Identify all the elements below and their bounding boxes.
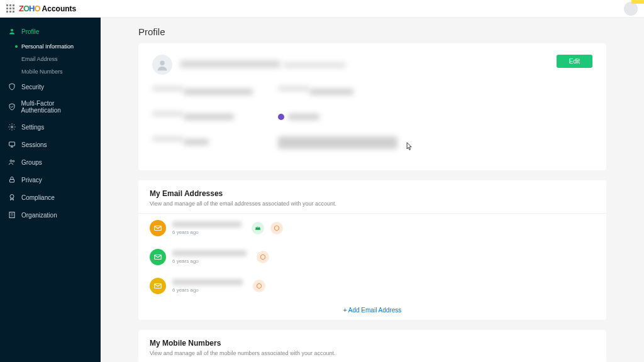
svg-point-1: [11, 126, 13, 128]
section-desc: View and manage all of the mobile number…: [150, 350, 595, 356]
main-content: Profile Edit: [101, 18, 644, 362]
sidebar-item-organization[interactable]: Organization: [0, 206, 101, 224]
svg-rect-5: [10, 180, 14, 183]
redacted-label: [152, 136, 184, 141]
hexagon-icon: [253, 280, 265, 292]
page-title: Profile: [138, 26, 606, 37]
redacted-email: [172, 221, 242, 228]
redacted-email: [172, 250, 247, 256]
redacted-name: [180, 60, 280, 68]
svg-point-4: [13, 160, 14, 162]
sidebar: Profile Personal Information Email Addre…: [0, 18, 101, 362]
redacted-value: [288, 114, 319, 120]
users-icon: [8, 158, 16, 167]
mail-icon: [150, 220, 166, 236]
sidebar-item-profile[interactable]: Profile: [0, 23, 101, 40]
svg-point-8: [160, 61, 164, 65]
sidebar-item-sessions[interactable]: Sessions: [0, 136, 101, 153]
profile-card: Edit: [138, 43, 606, 170]
email-row[interactable]: 6 years ago: [138, 214, 606, 243]
svg-rect-2: [9, 142, 15, 146]
redacted-subtitle: [283, 62, 346, 68]
sidebar-item-groups[interactable]: Groups: [0, 153, 101, 171]
hexagon-icon: [270, 222, 283, 234]
mail-icon: [150, 249, 166, 265]
sidebar-sub-personal-info[interactable]: Personal Information: [0, 40, 101, 53]
sidebar-sub-email-address[interactable]: Email Address: [0, 53, 101, 65]
highlight-strip: [631, 0, 644, 4]
svg-rect-7: [9, 212, 14, 218]
svg-point-6: [10, 195, 14, 199]
redacted-value: [184, 139, 209, 145]
sidebar-item-compliance[interactable]: Compliance: [0, 189, 101, 206]
add-email-button[interactable]: Add Email Address: [138, 300, 606, 320]
app-name: Accounts: [42, 4, 77, 13]
sidebar-item-label: Profile: [21, 28, 39, 35]
svg-point-0: [11, 29, 13, 31]
svg-point-3: [10, 160, 12, 162]
email-row[interactable]: 6 years ago: [138, 272, 606, 300]
topbar: ZOHO Accounts: [0, 0, 644, 18]
sidebar-item-security[interactable]: Security: [0, 78, 101, 96]
user-icon: [8, 27, 16, 36]
crown-icon: [252, 222, 264, 234]
mobile-numbers-card: My Mobile Numbers View and manage all of…: [138, 330, 606, 362]
shield-check-icon: [8, 102, 16, 111]
redacted-value: [309, 89, 353, 95]
gear-icon: [8, 123, 16, 131]
mail-icon: [150, 278, 166, 294]
section-title: My Email Addresses: [150, 189, 595, 198]
edit-button[interactable]: Edit: [557, 55, 592, 68]
email-row[interactable]: 6 years ago: [138, 243, 606, 272]
lock-icon: [8, 175, 16, 184]
apps-launcher-icon[interactable]: [6, 4, 15, 13]
sidebar-sub-mobile-numbers[interactable]: Mobile Numbers: [0, 65, 101, 78]
section-title: My Mobile Numbers: [150, 339, 595, 348]
redacted-value: [278, 136, 397, 149]
sidebar-item-settings[interactable]: Settings: [0, 118, 101, 136]
sidebar-item-privacy[interactable]: Privacy: [0, 171, 101, 189]
badge-icon: [8, 193, 16, 202]
email-time: 6 years ago: [172, 287, 243, 293]
redacted-email: [172, 279, 243, 285]
redacted-label: [278, 86, 309, 91]
redacted-label: [152, 111, 184, 116]
section-desc: View and manage all of the email address…: [150, 200, 595, 207]
email-time: 6 years ago: [172, 229, 242, 235]
country-flag-icon: [278, 114, 284, 120]
redacted-label: [152, 86, 184, 91]
shield-icon: [8, 82, 16, 91]
hexagon-icon: [257, 251, 269, 263]
logo[interactable]: ZOHO Accounts: [19, 4, 76, 13]
redacted-value: [184, 89, 253, 95]
redacted-value: [184, 114, 234, 120]
avatar-placeholder-icon[interactable]: [152, 55, 172, 75]
email-addresses-card: My Email Addresses View and manage all o…: [138, 180, 606, 320]
monitor-icon: [8, 140, 16, 149]
email-time: 6 years ago: [172, 258, 247, 264]
sidebar-item-mfa[interactable]: Multi-Factor Authentication: [0, 96, 101, 118]
building-icon: [8, 211, 16, 219]
